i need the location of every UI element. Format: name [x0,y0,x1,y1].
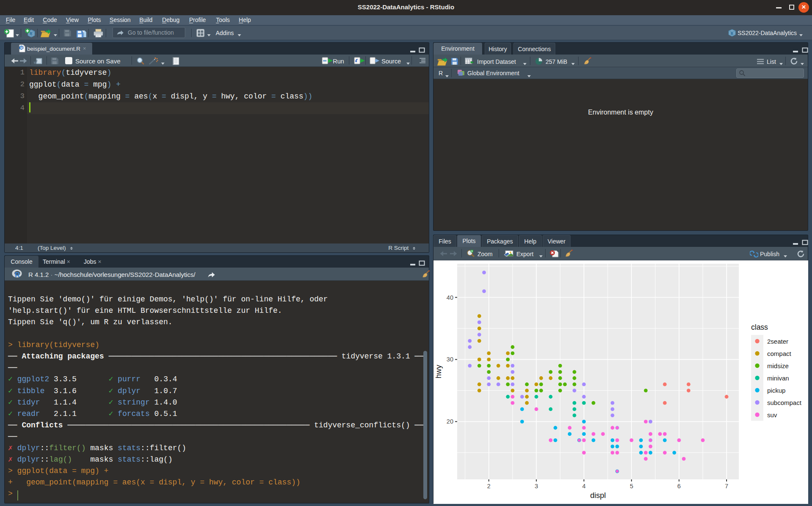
svg-text:class: class [751,323,768,331]
svg-text:30: 30 [447,356,453,363]
svg-text:2seater: 2seater [767,338,788,345]
svg-text:7: 7 [725,483,728,490]
svg-text:5: 5 [630,483,633,490]
svg-text:hwy: hwy [434,365,443,378]
svg-text:2: 2 [487,483,491,490]
svg-text:3: 3 [535,483,538,490]
svg-text:subcompact: subcompact [767,399,802,406]
svg-text:6: 6 [678,483,681,490]
svg-text:R: R [20,46,24,50]
svg-text:compact: compact [767,350,792,357]
svg-text:midsize: midsize [767,362,789,369]
svg-text:20: 20 [447,418,453,425]
svg-text:R: R [15,271,20,279]
svg-text:R: R [30,31,33,36]
svg-text:40: 40 [447,294,453,301]
svg-text:4: 4 [582,483,586,490]
svg-text:suv: suv [767,411,777,418]
svg-text:R: R [731,31,734,36]
svg-text:pickup: pickup [767,387,785,394]
svg-text:displ: displ [590,491,606,500]
svg-text:minivan: minivan [767,375,789,382]
